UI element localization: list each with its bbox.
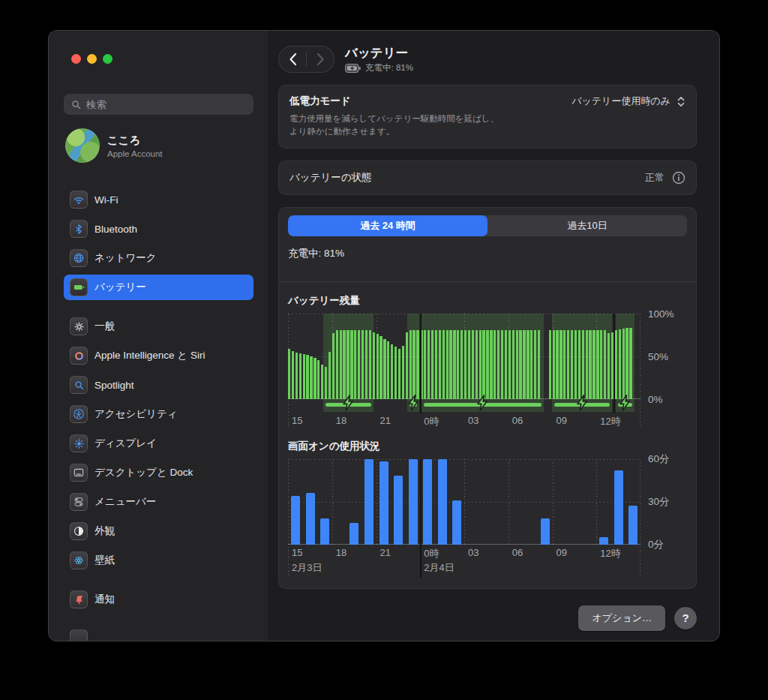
battery-level-bar	[369, 330, 371, 398]
info-icon[interactable]	[672, 171, 686, 185]
battery-level-bar	[508, 330, 511, 398]
forward-button[interactable]	[307, 46, 334, 73]
sidebar-item-general[interactable]: 一般	[64, 314, 254, 339]
sidebar-item-battery[interactable]: バッテリー	[64, 275, 254, 300]
battery-level-bar	[453, 330, 455, 398]
content-pane: バッテリー 充電中: 81% 低電力モード バッテリー使用時のみ 電力使用量を減…	[269, 31, 719, 641]
battery-level-bar	[431, 330, 434, 398]
battery-level-bar	[460, 330, 463, 398]
charging-status-header: 充電中: 81%	[345, 62, 413, 74]
low-power-title: 低電力モード	[290, 95, 351, 108]
account-row[interactable]: こころ Apple Account	[64, 127, 254, 164]
battery-level-plot	[288, 314, 640, 399]
globe-icon	[70, 249, 88, 267]
battery-level-bar	[578, 330, 580, 398]
lightning-bolt-icon	[476, 395, 488, 414]
zoom-button[interactable]	[103, 54, 112, 64]
sidebar-item-label: 外観	[94, 524, 115, 538]
toggles-icon	[70, 493, 88, 511]
screen-usage-chart-title: 画面オンの使用状況	[288, 440, 687, 453]
battery-health-value: 正常	[645, 171, 664, 185]
battery-level-bar	[589, 330, 591, 398]
sidebar-item-network[interactable]: ネットワーク	[64, 245, 254, 271]
battery-level-bar	[303, 354, 305, 398]
battery-level-bar	[428, 330, 430, 398]
battery-level-bar	[358, 330, 360, 398]
chevron-up-down-icon	[676, 96, 686, 107]
magnifier-icon	[70, 376, 88, 394]
battery-level-bar	[571, 330, 573, 398]
battery-level-bar	[494, 330, 496, 398]
battery-level-bar	[406, 332, 408, 399]
sidebar-item-appearance[interactable]: 外観	[64, 518, 254, 544]
back-button[interactable]	[279, 46, 306, 73]
y-tick-label: 100%	[648, 308, 674, 319]
low-power-popup[interactable]: バッテリー使用時のみ	[572, 95, 686, 108]
sidebar-item-spotlight[interactable]: Spotlight	[64, 372, 254, 398]
screen-usage-bar	[291, 496, 300, 545]
x-tick-label: 18	[336, 415, 346, 426]
x-tick-label: 21	[380, 415, 391, 426]
battery-level-bar	[464, 330, 466, 398]
screen-usage-bar	[350, 523, 358, 545]
sidebar-item-bluetooth[interactable]: Bluetooth	[64, 216, 254, 242]
screen-usage-bar	[541, 518, 550, 544]
sidebar-group: 一般Apple Intelligence と SiriSpotlightアクセシ…	[64, 314, 254, 573]
battery-level-bar	[596, 330, 598, 398]
battery-level-bar	[317, 360, 320, 398]
sidebar-item-label: デスクトップと Dock	[94, 466, 193, 479]
sidebar-item-label: アクセシビリティ	[94, 407, 178, 421]
low-power-value: バッテリー使用時のみ	[572, 95, 670, 108]
sidebar-item-notifications[interactable]: 通知	[64, 587, 254, 612]
battery-level-bar	[600, 330, 602, 398]
battery-level-bar	[410, 330, 412, 398]
sidebar-item-menu-bar[interactable]: メニューバー	[64, 489, 254, 515]
options-button[interactable]: オプション…	[578, 605, 665, 631]
battery-charging-strips	[288, 399, 640, 413]
sidebar-group: 通知	[64, 587, 254, 612]
x-tick-label: 0時	[424, 415, 439, 428]
y-tick-label: 50%	[648, 350, 668, 362]
battery-level-bar	[582, 330, 584, 398]
x-tick-label: 21	[380, 547, 391, 558]
date-label: 2月3日	[292, 561, 322, 575]
battery-level-bar	[549, 330, 551, 398]
battery-level-bar	[490, 330, 492, 398]
battery-level-bar	[346, 330, 349, 398]
battery-level-bar	[296, 353, 298, 399]
search-field-wrap	[64, 94, 254, 115]
x-tick-label: 03	[468, 415, 478, 426]
battery-level-bar	[439, 330, 441, 398]
charging-status-body: 充電中: 81%	[288, 247, 687, 260]
tab-past-10d[interactable]: 過去10日	[488, 215, 687, 236]
y-tick-label: 60分	[648, 452, 670, 466]
battery-level-xaxis: 1518210時03060912時	[288, 413, 640, 428]
battery-health-card: バッテリーの状態 正常	[278, 161, 697, 195]
sidebar-item-label: バッテリー	[94, 281, 146, 294]
screen-usage-bar	[380, 461, 388, 544]
sidebar-item-display[interactable]: ディスプレイ	[64, 431, 254, 456]
sidebar-item-partial[interactable]	[64, 626, 254, 641]
screen-usage-yaxis: 60分30分0分	[640, 459, 687, 545]
sidebar-item-accessibility[interactable]: アクセシビリティ	[64, 401, 254, 427]
battery-level-bar	[449, 330, 452, 398]
sidebar-item-apple-intelligence[interactable]: Apple Intelligence と Siri	[64, 343, 254, 368]
minimize-button[interactable]	[87, 54, 97, 64]
sidebar-item-desktop-dock[interactable]: デスクトップと Dock	[64, 460, 254, 485]
battery-level-bar	[340, 330, 342, 398]
sidebar-item-wifi[interactable]: Wi-Fi	[64, 187, 254, 212]
battery-level-bar	[373, 332, 375, 399]
battery-health-title: バッテリーの状態	[290, 171, 372, 185]
tab-past-24h[interactable]: 過去 24 時間	[288, 215, 488, 236]
section-divider	[279, 281, 696, 282]
screen-usage-bar	[394, 476, 403, 544]
search-input[interactable]	[64, 94, 254, 115]
screen-usage-bar	[614, 470, 623, 545]
battery-level-bar	[412, 330, 415, 398]
page-title: バッテリー	[345, 45, 413, 61]
bluetooth-icon	[70, 220, 88, 238]
close-button[interactable]	[71, 54, 81, 64]
sidebar-item-wallpaper[interactable]: 壁紙	[64, 548, 254, 573]
help-button[interactable]: ?	[674, 607, 697, 629]
battery-level-bar	[526, 330, 529, 398]
